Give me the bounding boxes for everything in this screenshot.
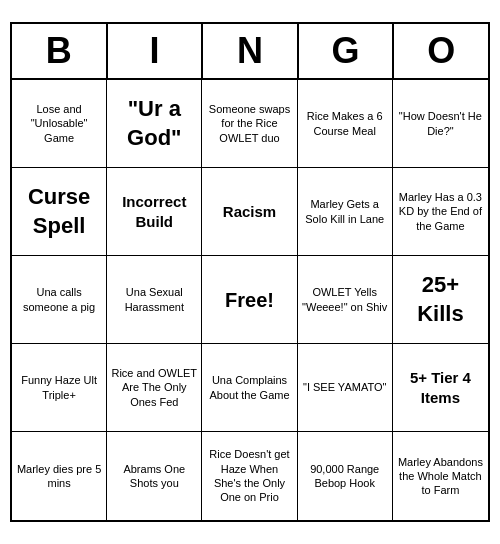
cell-text-16: Rice and OWLET Are The Only Ones Fed bbox=[111, 366, 197, 409]
bingo-header: BINGO bbox=[12, 24, 488, 80]
cell-text-23: 90,000 Range Bebop Hook bbox=[302, 462, 388, 491]
bingo-cell-21: Abrams One Shots you bbox=[107, 432, 202, 520]
bingo-cell-8: Marley Gets a Solo Kill in Lane bbox=[298, 168, 393, 256]
bingo-cell-4: "How Doesn't He Die?" bbox=[393, 80, 488, 168]
bingo-cell-3: Rice Makes a 6 Course Meal bbox=[298, 80, 393, 168]
bingo-cell-23: 90,000 Range Bebop Hook bbox=[298, 432, 393, 520]
cell-text-24: Marley Abandons the Whole Match to Farm bbox=[397, 455, 484, 498]
cell-text-14: 25+ Kills bbox=[397, 271, 484, 328]
bingo-cell-24: Marley Abandons the Whole Match to Farm bbox=[393, 432, 488, 520]
cell-text-12: Free! bbox=[206, 287, 292, 313]
bingo-cell-5: Curse Spell bbox=[12, 168, 107, 256]
header-letter-N: N bbox=[203, 24, 299, 78]
bingo-cell-16: Rice and OWLET Are The Only Ones Fed bbox=[107, 344, 202, 432]
cell-text-18: "I SEE YAMATO" bbox=[302, 380, 388, 394]
cell-text-8: Marley Gets a Solo Kill in Lane bbox=[302, 197, 388, 226]
bingo-cell-7: Racism bbox=[202, 168, 297, 256]
bingo-cell-2: Someone swaps for the Rice OWLET duo bbox=[202, 80, 297, 168]
cell-text-6: Incorrect Build bbox=[111, 192, 197, 231]
cell-text-17: Una Complains About the Game bbox=[206, 373, 292, 402]
bingo-cell-10: Una calls someone a pig bbox=[12, 256, 107, 344]
bingo-cell-1: "Ur a God" bbox=[107, 80, 202, 168]
cell-text-19: 5+ Tier 4 Items bbox=[397, 368, 484, 407]
bingo-grid: Lose and "Unlosable" Game"Ur a God"Someo… bbox=[12, 80, 488, 520]
bingo-cell-14: 25+ Kills bbox=[393, 256, 488, 344]
cell-text-10: Una calls someone a pig bbox=[16, 285, 102, 314]
bingo-cell-6: Incorrect Build bbox=[107, 168, 202, 256]
cell-text-2: Someone swaps for the Rice OWLET duo bbox=[206, 102, 292, 145]
header-letter-O: O bbox=[394, 24, 488, 78]
bingo-card: BINGO Lose and "Unlosable" Game"Ur a God… bbox=[10, 22, 490, 522]
cell-text-4: "How Doesn't He Die?" bbox=[397, 109, 484, 138]
bingo-cell-20: Marley dies pre 5 mins bbox=[12, 432, 107, 520]
cell-text-1: "Ur a God" bbox=[111, 95, 197, 152]
bingo-cell-17: Una Complains About the Game bbox=[202, 344, 297, 432]
bingo-cell-13: OWLET Yells "Weeee!" on Shiv bbox=[298, 256, 393, 344]
header-letter-G: G bbox=[299, 24, 395, 78]
bingo-cell-9: Marley Has a 0.3 KD by the End of the Ga… bbox=[393, 168, 488, 256]
bingo-cell-18: "I SEE YAMATO" bbox=[298, 344, 393, 432]
cell-text-15: Funny Haze Ult Triple+ bbox=[16, 373, 102, 402]
cell-text-9: Marley Has a 0.3 KD by the End of the Ga… bbox=[397, 190, 484, 233]
bingo-cell-19: 5+ Tier 4 Items bbox=[393, 344, 488, 432]
cell-text-21: Abrams One Shots you bbox=[111, 462, 197, 491]
cell-text-7: Racism bbox=[206, 202, 292, 222]
bingo-cell-22: Rice Doesn't get Haze When She's the Onl… bbox=[202, 432, 297, 520]
cell-text-0: Lose and "Unlosable" Game bbox=[16, 102, 102, 145]
cell-text-3: Rice Makes a 6 Course Meal bbox=[302, 109, 388, 138]
bingo-cell-12: Free! bbox=[202, 256, 297, 344]
header-letter-B: B bbox=[12, 24, 108, 78]
bingo-cell-0: Lose and "Unlosable" Game bbox=[12, 80, 107, 168]
cell-text-20: Marley dies pre 5 mins bbox=[16, 462, 102, 491]
bingo-cell-15: Funny Haze Ult Triple+ bbox=[12, 344, 107, 432]
cell-text-13: OWLET Yells "Weeee!" on Shiv bbox=[302, 285, 388, 314]
bingo-cell-11: Una Sexual Harassment bbox=[107, 256, 202, 344]
header-letter-I: I bbox=[108, 24, 204, 78]
cell-text-11: Una Sexual Harassment bbox=[111, 285, 197, 314]
cell-text-5: Curse Spell bbox=[16, 183, 102, 240]
cell-text-22: Rice Doesn't get Haze When She's the Onl… bbox=[206, 447, 292, 504]
